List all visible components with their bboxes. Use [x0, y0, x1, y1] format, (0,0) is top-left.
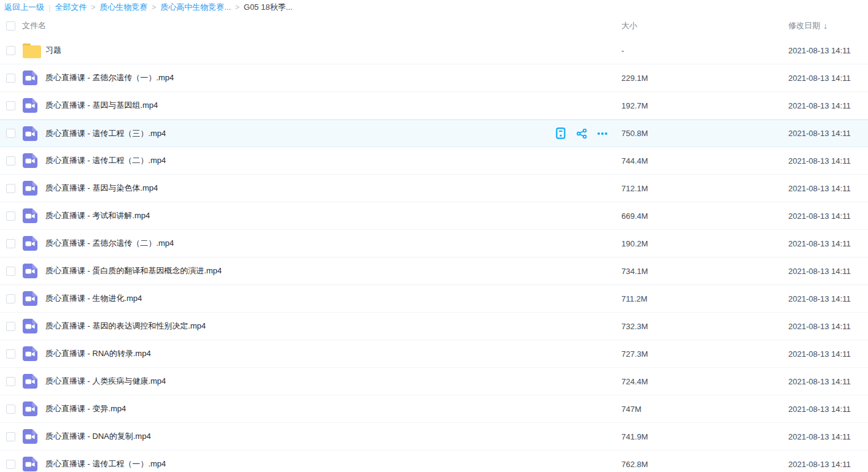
- table-row[interactable]: 质心直播课 - 蛋白质的翻译和基因概念的演进.mp4 734.1M 2021-0…: [0, 257, 868, 285]
- row-checkbox[interactable]: [6, 129, 15, 138]
- row-checkbox[interactable]: [6, 405, 15, 414]
- breadcrumb-divider: |: [48, 3, 50, 12]
- row-checkbox[interactable]: [6, 460, 15, 469]
- video-file-icon: [22, 97, 38, 113]
- table-row[interactable]: 质心直播课 - 遗传工程（三）.mp4: [0, 120, 868, 147]
- row-checkbox[interactable]: [6, 432, 15, 441]
- video-file-icon: [22, 180, 38, 196]
- file-date: 2021-08-13 14:11: [788, 432, 868, 441]
- table-row[interactable]: 质心直播课 - 基因的表达调控和性别决定.mp4 732.3M 2021-08-…: [0, 313, 868, 340]
- row-checkbox[interactable]: [6, 377, 15, 386]
- file-name-link[interactable]: 质心直播课 - 孟德尔遗传（二）.mp4: [45, 238, 174, 249]
- video-file-icon: [22, 263, 38, 279]
- row-checkbox[interactable]: [6, 267, 15, 276]
- file-date: 2021-08-13 14:11: [788, 349, 868, 359]
- file-name-link[interactable]: 质心直播课 - RNA的转录.mp4: [45, 348, 151, 359]
- file-name-link[interactable]: 质心直播课 - 人类疾病与健康.mp4: [45, 376, 166, 387]
- file-date: 2021-08-13 14:11: [788, 267, 868, 276]
- file-name-link[interactable]: 质心直播课 - 考试和讲解.mp4: [45, 210, 150, 221]
- file-size: 741.9M: [621, 432, 788, 441]
- row-checkbox[interactable]: [6, 101, 15, 110]
- file-type-icon: [22, 263, 45, 279]
- file-name-link[interactable]: 质心直播课 - 蛋白质的翻译和基因概念的演进.mp4: [45, 265, 221, 276]
- file-size: 750.8M: [621, 129, 788, 138]
- table-row[interactable]: 质心直播课 - 基因与染色体.mp4 712.1M 2021-08-13 14:…: [0, 175, 868, 202]
- file-type-icon: [22, 456, 45, 472]
- more-icon[interactable]: [597, 128, 608, 139]
- file-size: 669.4M: [621, 211, 788, 221]
- column-header-date-label: 修改日期: [788, 20, 820, 31]
- file-name-link[interactable]: 质心直播课 - 基因与染色体.mp4: [45, 183, 158, 194]
- file-date: 2021-08-13 14:11: [788, 101, 868, 110]
- file-name-link[interactable]: 质心直播课 - DNA的复制.mp4: [45, 431, 151, 442]
- breadcrumb-back-link[interactable]: 返回上一级: [4, 2, 44, 13]
- table-row[interactable]: 质心直播课 - DNA的复制.mp4 741.9M 2021-08-13 14:…: [0, 423, 868, 451]
- file-name-link[interactable]: 习题: [45, 45, 61, 56]
- file-name-link[interactable]: 质心直播课 - 基因与基因组.mp4: [45, 100, 158, 111]
- column-header-date[interactable]: 修改日期 ↓: [788, 20, 868, 31]
- file-size: 747M: [621, 405, 788, 414]
- file-type-icon: [22, 153, 45, 169]
- row-checkbox[interactable]: [6, 294, 15, 303]
- file-size: -: [621, 46, 788, 55]
- file-size: 724.4M: [621, 377, 788, 386]
- row-checkbox[interactable]: [6, 74, 15, 83]
- video-file-icon: [22, 70, 38, 86]
- video-file-icon: [22, 346, 38, 362]
- row-checkbox[interactable]: [6, 184, 15, 193]
- column-header-filename[interactable]: 文件名: [22, 20, 46, 31]
- row-checkbox[interactable]: [6, 239, 15, 248]
- file-size: 727.3M: [621, 349, 788, 359]
- row-checkbox[interactable]: [6, 46, 15, 55]
- table-row[interactable]: 质心直播课 - 孟德尔遗传（二）.mp4 190.2M 2021-08-13 1…: [0, 230, 868, 257]
- file-type-icon: [22, 180, 45, 196]
- table-row[interactable]: 质心直播课 - 基因与基因组.mp4 192.7M 2021-08-13 14:…: [0, 92, 868, 120]
- breadcrumb-link-highschool-bio[interactable]: 质心高中生物竞赛...: [160, 2, 231, 13]
- table-row[interactable]: 质心直播课 - 生物进化.mp4 711.2M 2021-08-13 14:11: [0, 285, 868, 313]
- column-header-size[interactable]: 大小: [621, 20, 788, 31]
- row-checkbox[interactable]: [6, 322, 15, 331]
- file-size: 190.2M: [621, 239, 788, 248]
- video-file-icon: [22, 401, 38, 417]
- file-name-link[interactable]: 质心直播课 - 遗传工程（二）.mp4: [45, 155, 166, 166]
- table-row[interactable]: 质心直播课 - 人类疾病与健康.mp4 724.4M 2021-08-13 14…: [0, 368, 868, 395]
- file-date: 2021-08-13 14:11: [788, 377, 868, 386]
- file-name-link[interactable]: 质心直播课 - 生物进化.mp4: [45, 293, 142, 304]
- select-all-checkbox[interactable]: [6, 21, 15, 31]
- table-row[interactable]: 质心直播课 - 遗传工程（二）.mp4 744.4M 2021-08-13 14…: [0, 147, 868, 175]
- table-row[interactable]: 习题 - 2021-08-13 14:11: [0, 37, 868, 64]
- file-name-link[interactable]: 质心直播课 - 孟德尔遗传（一）.mp4: [45, 72, 174, 83]
- table-row[interactable]: 质心直播课 - 孟德尔遗传（一）.mp4 229.1M 2021-08-13 1…: [0, 64, 868, 92]
- file-list: 习题 - 2021-08-13 14:11 质心直播课 - 孟德尔遗传（一）.m…: [0, 37, 868, 472]
- file-type-icon: [22, 70, 45, 86]
- breadcrumb-link-all-files[interactable]: 全部文件: [55, 2, 86, 13]
- video-file-icon: [22, 373, 38, 389]
- file-name-link[interactable]: 质心直播课 - 基因的表达调控和性别决定.mp4: [45, 321, 205, 332]
- file-type-icon: [22, 291, 45, 306]
- breadcrumb: 返回上一级 | 全部文件 > 质心生物竞赛 > 质心高中生物竞赛... > G0…: [0, 0, 868, 15]
- file-date: 2021-08-13 14:11: [788, 460, 868, 469]
- table-row[interactable]: 质心直播课 - RNA的转录.mp4 727.3M 2021-08-13 14:…: [0, 340, 868, 368]
- row-checkbox[interactable]: [6, 349, 15, 359]
- table-row[interactable]: 质心直播课 - 变异.mp4 747M 2021-08-13 14:11: [0, 395, 868, 423]
- video-file-icon: [22, 208, 38, 224]
- breadcrumb-link-bio-contest[interactable]: 质心生物竞赛: [99, 2, 147, 13]
- sort-desc-arrow-icon[interactable]: ↓: [823, 21, 828, 30]
- table-row[interactable]: 质心直播课 - 考试和讲解.mp4 669.4M 2021-08-13 14:1…: [0, 202, 868, 230]
- table-row[interactable]: 质心直播课 - 遗传工程（一）.mp4 762.8M 2021-08-13 14…: [0, 451, 868, 472]
- file-date: 2021-08-13 14:11: [788, 46, 868, 55]
- list-header: 文件名 大小 修改日期 ↓: [0, 15, 868, 37]
- row-checkbox[interactable]: [6, 156, 15, 166]
- breadcrumb-separator: >: [91, 3, 95, 12]
- file-type-icon: [22, 373, 45, 389]
- file-type-icon: [22, 346, 45, 362]
- share-icon[interactable]: [576, 128, 587, 139]
- file-name-link[interactable]: 质心直播课 - 变异.mp4: [45, 403, 126, 414]
- row-checkbox[interactable]: [6, 211, 15, 221]
- save-to-phone-icon[interactable]: [555, 128, 566, 139]
- file-size: 762.8M: [621, 460, 788, 469]
- file-type-icon: [22, 428, 45, 444]
- row-actions: [555, 128, 608, 139]
- file-name-link[interactable]: 质心直播课 - 遗传工程（一）.mp4: [45, 459, 166, 470]
- file-name-link[interactable]: 质心直播课 - 遗传工程（三）.mp4: [45, 128, 166, 139]
